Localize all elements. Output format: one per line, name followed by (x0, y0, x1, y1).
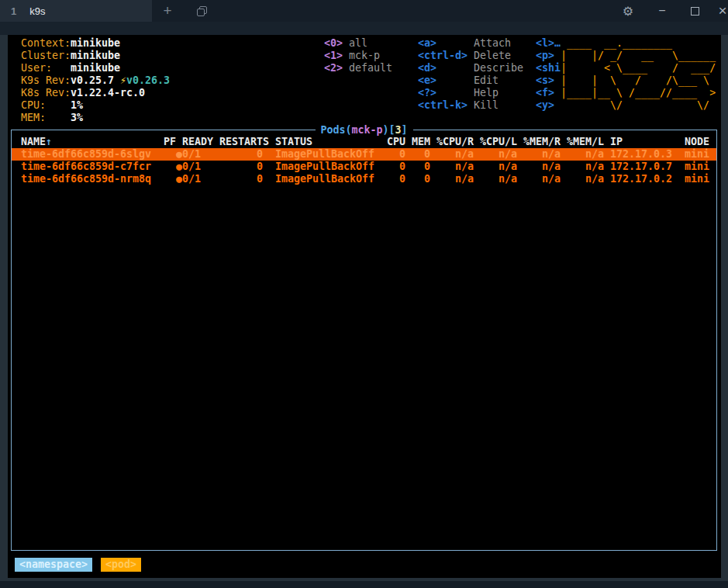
hotkey-label: Help (474, 87, 499, 99)
hotkey: <1> (324, 50, 349, 62)
pod-restarts: 0 (219, 173, 269, 185)
hotkey-label: mck-p (349, 50, 380, 61)
panel-title-namespace: mck-p (351, 124, 382, 136)
col-ready: READY (182, 136, 219, 148)
new-tab-button[interactable]: + (157, 0, 178, 22)
col-mem: MEM (405, 136, 430, 148)
col-mem-l: %MEM/L (561, 136, 604, 148)
pod-node: mini (685, 148, 716, 161)
table-row[interactable]: time-6df66c859d-nrm8q ● 0/1 0 ImagePullB… (12, 173, 716, 185)
col-cpu: CPU (374, 136, 405, 148)
hotkey-label: Describe (474, 62, 523, 74)
pod-mem-l: n/a (561, 161, 604, 173)
pod-status: ImagePullBackOff (275, 161, 374, 173)
col-ip: IP (604, 136, 672, 148)
settings-button[interactable]: ⚙ (610, 0, 646, 22)
terminal-tab[interactable]: 1 k9s (0, 0, 152, 22)
panel-title: Pods(mck-p)[3] (315, 124, 412, 137)
pod-mem-r: n/a (517, 148, 561, 161)
namespace-hotkeys: <0>all <1>mck-p <2>default (324, 37, 392, 74)
tab-title: k9s (29, 5, 45, 17)
hotkey: <ctrl-k> (418, 99, 474, 112)
panel-title-suffix: ] (402, 124, 408, 136)
hotkey: <s> (536, 74, 554, 86)
minimize-button[interactable]: − (646, 0, 678, 22)
col-restarts: RESTARTS (219, 136, 269, 148)
context-label: Context: (21, 37, 71, 50)
pf-bullet-icon: ● (164, 148, 182, 161)
k9s-rev-new: v0.26.3 (126, 74, 170, 86)
hotkey-label: default (349, 62, 392, 74)
tab-index: 1 (11, 5, 16, 17)
k9s-ascii-logo: ____ __.________ | |/ _/ __ \______ | < … (561, 37, 716, 112)
col-cpu-l: %CPU/L (474, 136, 517, 148)
cluster-info: Context:minikube Cluster:minikube User:m… (21, 37, 170, 124)
hotkey: <ctrl-d> (418, 50, 474, 62)
pod-cpu-l: n/a (474, 173, 517, 185)
hotkey: <0> (324, 37, 349, 50)
pf-bullet-icon: ● (164, 161, 182, 173)
pod-status: ImagePullBackOff (275, 148, 374, 161)
pod-name: time-6df66c859d-6slgv (21, 148, 164, 161)
user-value: minikube (71, 62, 120, 74)
hotkey: <y> (536, 99, 554, 111)
hotkey: <f> (536, 87, 554, 99)
context-value: minikube (71, 37, 120, 49)
table-row[interactable]: time-6df66c859d-c7fcr ● 0/1 0 ImagePullB… (12, 161, 716, 173)
hotkey-label: Delete (474, 50, 511, 61)
k8s-rev-label: K8s Rev: (21, 87, 71, 99)
col-name: NAME↑ (21, 136, 164, 148)
pod-cpu-r: n/a (430, 148, 474, 161)
copy-icon (197, 6, 207, 16)
cluster-label: Cluster: (21, 50, 71, 62)
duplicate-tab-button[interactable] (191, 0, 212, 22)
pod-ip: 172.17.0.3 (604, 148, 672, 161)
pod-cpu-r: n/a (430, 173, 474, 185)
k8s-rev-value: v1.22.4-rc.0 (71, 87, 145, 99)
pod-mem-l: n/a (561, 148, 604, 161)
pod-mem: 0 (405, 148, 430, 161)
pod-mem-r: n/a (517, 173, 561, 185)
k9s-rev-label: K9s Rev: (21, 74, 71, 87)
pod-name: time-6df66c859d-c7fcr (21, 161, 164, 173)
hotkey: <?> (418, 87, 474, 99)
hotkey: <d> (418, 62, 474, 74)
k9s-rev-value: v0.25.7 (71, 74, 114, 86)
pod-ready: 0/1 (182, 173, 219, 185)
breadcrumb-pod[interactable]: <pod> (101, 558, 141, 572)
pod-mem-r: n/a (517, 161, 561, 173)
hotkey: <e> (418, 74, 474, 87)
pod-cpu-l: n/a (474, 161, 517, 173)
hotkey-label: Kill (474, 99, 499, 111)
pod-cpu: 0 (374, 161, 405, 173)
cpu-value: 1% (71, 99, 83, 111)
minimize-icon: − (658, 4, 665, 18)
cluster-value: minikube (71, 50, 120, 61)
pod-ip: 172.17.0.2 (604, 173, 672, 185)
table-row[interactable]: time-6df66c859d-6slgv ● 0/1 0 ImagePullB… (12, 148, 716, 161)
hotkey-label: all (349, 37, 367, 49)
titlebar-shadow (0, 22, 728, 35)
close-icon: × (718, 2, 726, 19)
maximize-button[interactable] (678, 0, 711, 22)
close-button[interactable]: × (711, 0, 728, 22)
window-bottom-edge (0, 581, 728, 588)
pod-cpu-l: n/a (474, 148, 517, 161)
plus-icon: + (163, 2, 171, 19)
pod-ip: 172.17.0.7 (604, 161, 672, 173)
maximize-icon (691, 7, 699, 16)
hotkey-label: Attach (474, 37, 511, 49)
window-controls: ⚙ − × (610, 0, 728, 22)
pods-panel: Pods(mck-p)[3] NAME↑ PF READY RESTARTS S… (11, 130, 717, 551)
hotkey-label: Edit (474, 74, 499, 86)
panel-title-count: 3 (395, 124, 402, 136)
col-status: STATUS (275, 136, 374, 148)
mem-value: 3% (71, 112, 83, 123)
col-pf: PF (164, 136, 182, 148)
breadcrumb-namespace[interactable]: <namespace> (15, 558, 92, 572)
upgrade-bolt-icon: ⚡ (120, 74, 126, 86)
hotkey: <a> (418, 37, 474, 50)
pod-ready: 0/1 (182, 148, 219, 161)
pf-bullet-icon: ● (164, 173, 182, 185)
pod-mem: 0 (405, 173, 430, 185)
